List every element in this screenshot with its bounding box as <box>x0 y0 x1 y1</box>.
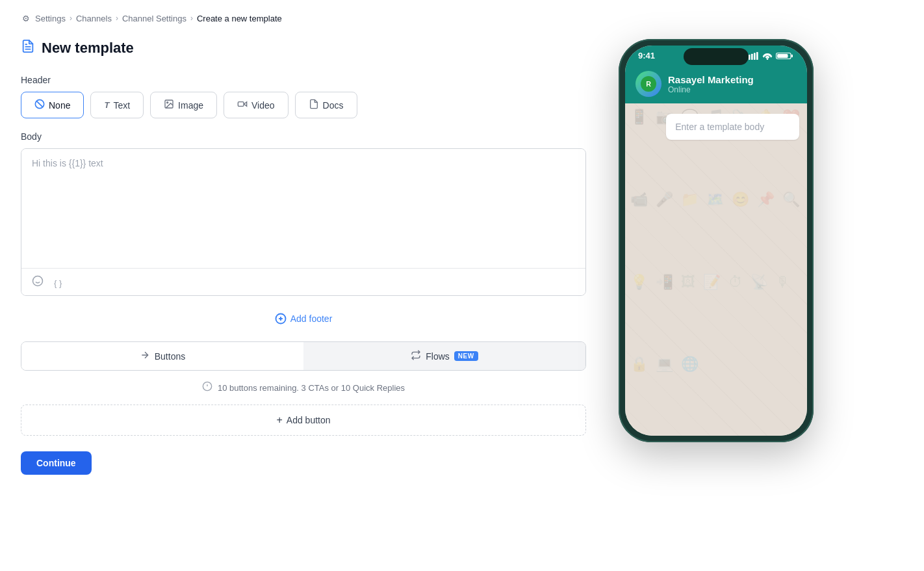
svg-text:R: R <box>646 80 651 88</box>
phone-message-bubble: Enter a template body <box>666 114 799 140</box>
svg-rect-18 <box>751 53 753 59</box>
svg-line-3 <box>36 101 42 107</box>
info-text: 10 buttons remaining. 3 CTAs or 10 Quick… <box>218 383 405 393</box>
plus-icon: + <box>276 414 282 426</box>
phone-header-bar: R Rasayel Marketing Online <box>625 64 807 103</box>
settings-icon: ⚙ <box>21 13 31 23</box>
phone-outer: 9:41 <box>619 39 814 442</box>
body-toolbar: { } <box>21 268 585 295</box>
body-textarea[interactable] <box>21 149 585 266</box>
body-textarea-wrapper: { } <box>21 148 586 296</box>
phone-chat-body: 📱 📷 💬 🎵 📎 🔔 ❤️ 📹 🎤 📁 🗺️ 😊 <box>625 103 807 436</box>
new-badge: NEW <box>454 351 478 361</box>
page-title: New template <box>42 40 134 57</box>
svg-rect-6 <box>238 102 244 107</box>
tab-flows[interactable]: Flows NEW <box>303 342 585 370</box>
video-icon <box>237 99 248 111</box>
text-icon: T <box>104 100 109 110</box>
wa-background: 📱 📷 💬 🎵 📎 🔔 ❤️ 📹 🎤 📁 🗺️ 😊 <box>625 103 807 436</box>
svg-marker-7 <box>244 102 247 107</box>
svg-rect-17 <box>749 55 751 60</box>
phone-inner: 9:41 <box>625 46 807 436</box>
header-option-text[interactable]: T Text <box>90 92 144 118</box>
document-icon <box>21 39 35 57</box>
emoji-button[interactable] <box>31 274 45 290</box>
breadcrumb-channels[interactable]: Channels <box>76 14 112 23</box>
add-footer-label: Add footer <box>290 313 333 324</box>
phone-icons <box>749 52 794 60</box>
header-label: Header <box>21 75 586 85</box>
header-option-none[interactable]: None <box>21 92 84 118</box>
header-option-video[interactable]: Video <box>224 92 289 118</box>
header-section: Header None T Text <box>21 75 586 118</box>
image-icon <box>164 99 174 111</box>
phone-time: 9:41 <box>638 51 655 60</box>
breadcrumb-settings[interactable]: Settings <box>35 14 66 23</box>
body-section: Body { } <box>21 131 586 296</box>
breadcrumb-sep-2: › <box>116 14 118 23</box>
breadcrumb-sep-3: › <box>190 14 193 23</box>
tabs-row: Buttons Flows NEW <box>21 341 586 371</box>
tab-buttons-label: Buttons <box>155 351 185 362</box>
phone-mockup: 9:41 <box>612 39 820 442</box>
svg-rect-20 <box>756 52 758 60</box>
phone-avatar: R <box>635 71 661 97</box>
header-option-docs[interactable]: Docs <box>295 92 357 118</box>
none-icon <box>34 99 45 111</box>
breadcrumb-sep-1: › <box>70 14 72 23</box>
add-button-label: Add button <box>287 415 331 425</box>
phone-contact-info: Rasayel Marketing Online <box>668 74 754 94</box>
svg-rect-24 <box>777 54 788 58</box>
header-options: None T Text I <box>21 92 586 118</box>
add-button-row: + Add button <box>21 405 586 436</box>
tab-flows-label: Flows <box>426 351 450 362</box>
svg-rect-19 <box>754 53 756 60</box>
phone-contact-name: Rasayel Marketing <box>668 74 754 85</box>
variable-button[interactable]: { } <box>53 275 63 289</box>
add-button-button[interactable]: + Add button <box>276 414 330 426</box>
flows-icon <box>411 350 421 362</box>
svg-rect-23 <box>791 54 793 57</box>
header-option-image[interactable]: Image <box>150 92 217 118</box>
phone-notch <box>684 48 749 65</box>
svg-point-5 <box>167 102 168 103</box>
info-row: 10 buttons remaining. 3 CTAs or 10 Quick… <box>21 381 586 394</box>
page-title-row: New template <box>21 39 586 57</box>
info-icon <box>202 381 212 394</box>
docs-icon <box>309 99 319 111</box>
breadcrumb-current: Create a new template <box>197 14 282 23</box>
breadcrumb-channel-settings[interactable]: Channel Settings <box>122 14 186 23</box>
phone-message-text: Enter a template body <box>675 122 764 132</box>
phone-contact-status: Online <box>668 85 754 94</box>
add-footer-button[interactable]: Add footer <box>267 309 340 328</box>
breadcrumb: ⚙ Settings › Channels › Channel Settings… <box>21 10 903 23</box>
continue-button[interactable]: Continue <box>21 451 92 475</box>
buttons-icon <box>140 350 150 362</box>
svg-point-8 <box>33 276 43 286</box>
add-footer-row: Add footer <box>21 309 586 328</box>
body-label: Body <box>21 131 586 142</box>
svg-point-21 <box>767 58 769 60</box>
tab-buttons[interactable]: Buttons <box>21 342 303 370</box>
